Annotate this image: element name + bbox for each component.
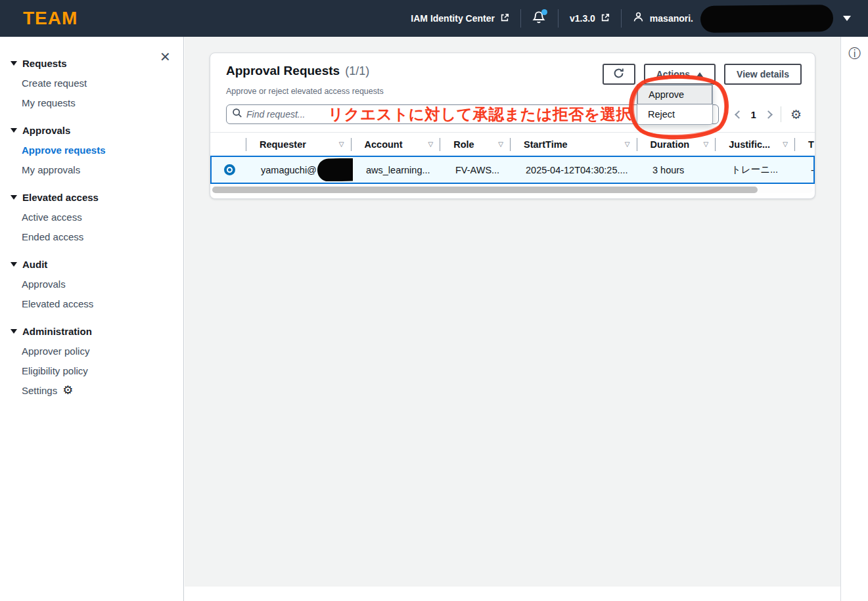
chevron-up-icon — [697, 72, 703, 77]
sidebar-item-my-requests[interactable]: My requests — [0, 93, 183, 112]
nav-header-audit[interactable]: Audit — [0, 254, 183, 274]
view-details-button[interactable]: View details — [724, 64, 802, 85]
topbar-divider — [621, 9, 622, 28]
nav-section-audit: Audit Approvals Elevated access — [0, 254, 183, 313]
version-link[interactable]: v1.3.0 — [570, 13, 610, 24]
section-caret-icon — [11, 262, 17, 267]
column-header-duration[interactable]: Duration▽ — [637, 138, 716, 151]
column-header-starttime[interactable]: StartTime▽ — [511, 138, 637, 151]
info-icon[interactable]: ⓘ — [841, 45, 868, 62]
next-page-icon[interactable] — [764, 110, 773, 119]
cell-justification: トレーニ... — [718, 164, 798, 176]
sidebar-item-active-access[interactable]: Active access — [0, 207, 183, 227]
header-actions: Actions View details — [603, 64, 802, 85]
search-icon — [232, 108, 242, 121]
sort-icon[interactable]: ▽ — [697, 141, 709, 148]
card-description: Approve or reject elevated access reques… — [210, 85, 815, 96]
bell-icon — [532, 16, 545, 27]
redacted-requester-domain — [317, 158, 353, 181]
side-navigation: × Requests Create request My requests Ap… — [0, 37, 184, 601]
notification-badge-dot — [541, 9, 547, 15]
page-title: Approval Requests — [226, 64, 340, 78]
external-link-icon — [500, 13, 509, 24]
menu-item-approve[interactable]: Approve — [637, 85, 712, 104]
nav-section-approvals: Approvals Approve requests My approvals — [0, 120, 183, 179]
table-row[interactable]: yamaguchi@ aws_learning... FV-AWS... 202… — [210, 156, 815, 184]
nav-header-elevated-access[interactable]: Elevated access — [0, 187, 183, 207]
menu-item-reject[interactable]: Reject — [637, 104, 712, 124]
column-header-justification[interactable]: Justific...▽ — [716, 138, 795, 151]
nav-section-elevated-access: Elevated access Active access Ended acce… — [0, 187, 183, 246]
team-app-window: TEAM IAM Identity Center v1.3.0 — [0, 0, 868, 601]
approval-requests-card: Approval Requests (1/1) Actions View det… — [210, 53, 815, 199]
sidebar-item-settings[interactable]: Settings ⚙ — [0, 380, 183, 400]
horizontal-scrollbar — [212, 187, 813, 193]
sort-icon[interactable]: ▽ — [491, 141, 503, 148]
column-header-account[interactable]: Account▽ — [352, 138, 441, 151]
cell-duration: 3 hours — [639, 165, 718, 175]
refresh-icon — [613, 68, 624, 81]
pagination: 1 ⚙ — [736, 106, 802, 122]
pagination-divider — [781, 106, 781, 122]
external-link-icon — [601, 13, 610, 24]
refresh-button[interactable] — [603, 64, 635, 85]
cell-ticket: - — [798, 165, 813, 175]
topbar-divider — [520, 9, 521, 28]
result-count: (1/1) — [345, 64, 369, 78]
iam-identity-center-label: IAM Identity Center — [411, 13, 495, 24]
row-select-cell — [212, 164, 248, 175]
actions-dropdown-menu: Approve Reject — [637, 84, 713, 125]
redacted-user-email — [700, 4, 833, 32]
topbar-utilities: IAM Identity Center v1.3.0 — [411, 0, 851, 37]
column-header-requester[interactable]: Requester▽ — [246, 138, 352, 151]
sort-icon[interactable]: ▽ — [422, 141, 434, 148]
scrollbar-thumb[interactable] — [212, 187, 758, 193]
user-menu[interactable]: masanori. — [633, 5, 851, 32]
nav-header-administration[interactable]: Administration — [0, 321, 183, 341]
cell-requester: yamaguchi@ — [248, 158, 353, 181]
column-header-role[interactable]: Role▽ — [440, 138, 511, 151]
settings-gear-icon: ⚙ — [62, 384, 73, 396]
cell-account: aws_learning... — [353, 165, 442, 175]
actions-dropdown-button[interactable]: Actions — [644, 64, 716, 85]
title-line: Approval Requests (1/1) — [226, 64, 369, 78]
topbar-divider — [558, 9, 559, 28]
radio-selected-icon[interactable] — [224, 164, 235, 175]
notifications-button[interactable] — [532, 11, 547, 26]
sidebar-item-approve-requests[interactable]: Approve requests — [0, 140, 183, 160]
sort-icon[interactable]: ▽ — [776, 141, 788, 148]
section-caret-icon — [11, 128, 17, 133]
close-sidebar-icon[interactable]: × — [160, 50, 170, 63]
nav-header-requests[interactable]: Requests — [0, 53, 183, 73]
tools-panel-collapsed: ⓘ — [840, 37, 868, 601]
nav-header-approvals[interactable]: Approvals — [0, 120, 183, 140]
top-navigation-bar: TEAM IAM Identity Center v1.3.0 — [0, 0, 868, 37]
sidebar-item-create-request[interactable]: Create request — [0, 73, 183, 93]
user-name-label: masanori. — [650, 13, 693, 24]
user-icon — [633, 11, 644, 26]
sidebar-item-my-approvals[interactable]: My approvals — [0, 160, 183, 179]
sidebar-item-eligibility-policy[interactable]: Eligibility policy — [0, 361, 183, 380]
section-caret-icon — [11, 329, 17, 334]
cell-starttime: 2025-04-12T04:30:25.... — [513, 165, 639, 175]
cell-role: FV-AWS... — [442, 165, 513, 175]
iam-identity-center-link[interactable]: IAM Identity Center — [411, 13, 509, 24]
nav-section-administration: Administration Approver policy Eligibili… — [0, 321, 183, 400]
team-logo: TEAM — [23, 8, 78, 29]
card-header: Approval Requests (1/1) Actions View det… — [210, 53, 815, 85]
sidebar-item-audit-elevated-access[interactable]: Elevated access — [0, 294, 183, 313]
selection-column-header — [210, 138, 246, 151]
section-caret-icon — [11, 195, 17, 200]
nav-section-requests: Requests Create request My requests — [0, 53, 183, 112]
table-header-row: Requester▽ Account▽ Role▽ StartTime▽ Dur… — [210, 133, 815, 156]
sort-icon[interactable]: ▽ — [332, 141, 344, 148]
page-number[interactable]: 1 — [751, 109, 756, 120]
section-caret-icon — [11, 61, 17, 66]
previous-page-icon[interactable] — [735, 110, 743, 119]
sidebar-item-audit-approvals[interactable]: Approvals — [0, 274, 183, 294]
sort-icon[interactable]: ▽ — [618, 141, 630, 148]
sidebar-item-approver-policy[interactable]: Approver policy — [0, 341, 183, 361]
preferences-gear-icon[interactable]: ⚙ — [790, 108, 802, 121]
column-header-ticket[interactable]: T — [795, 138, 815, 151]
sidebar-item-ended-access[interactable]: Ended access — [0, 227, 183, 246]
